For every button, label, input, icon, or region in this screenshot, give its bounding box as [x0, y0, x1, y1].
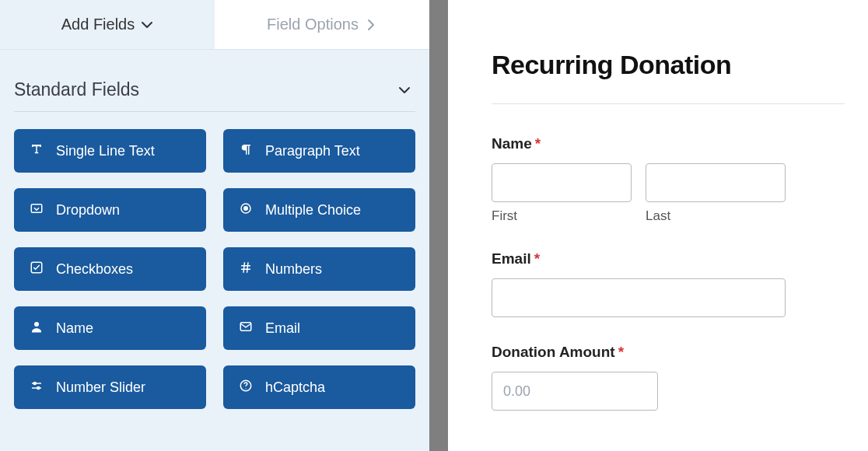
field-dropdown[interactable]: Dropdown	[14, 188, 206, 232]
field-label: Number Slider	[56, 379, 145, 396]
last-name-input[interactable]	[646, 163, 786, 202]
required-indicator: *	[535, 135, 541, 152]
email-label: Email*	[492, 250, 824, 267]
field-label: Single Line Text	[56, 143, 155, 159]
section-title: Standard Fields	[14, 79, 139, 100]
text-icon	[30, 142, 44, 160]
field-paragraph-text[interactable]: Paragraph Text	[223, 129, 415, 173]
first-name-input[interactable]	[492, 163, 632, 202]
tab-field-options[interactable]: Field Options	[215, 0, 429, 49]
svg-point-15	[245, 388, 246, 389]
tabs: Add Fields Field Options	[0, 0, 429, 50]
first-sublabel: First	[492, 208, 632, 224]
field-number-slider[interactable]: Number Slider	[14, 365, 206, 409]
field-label: Paragraph Text	[265, 143, 360, 159]
field-numbers[interactable]: Numbers	[223, 247, 415, 291]
question-icon	[239, 379, 253, 397]
svg-line-7	[247, 262, 249, 273]
required-indicator: *	[618, 344, 624, 360]
section-header[interactable]: Standard Fields	[0, 50, 429, 111]
chevron-right-icon	[365, 19, 377, 31]
slider-icon	[30, 379, 44, 397]
donation-amount-input[interactable]	[492, 372, 658, 411]
svg-line-6	[243, 262, 245, 273]
svg-point-8	[34, 322, 39, 327]
tab-add-fields-label: Add Fields	[61, 16, 135, 33]
label-text: Email	[492, 250, 531, 267]
last-sublabel: Last	[646, 208, 786, 224]
field-hcaptcha[interactable]: hCaptcha	[223, 365, 415, 409]
field-label: Name	[56, 320, 93, 337]
svg-point-2	[244, 206, 248, 210]
form-field-donation: Donation Amount*	[492, 344, 824, 411]
svg-point-13	[37, 386, 40, 389]
field-multiple-choice[interactable]: Multiple Choice	[223, 188, 415, 232]
donation-label: Donation Amount*	[492, 344, 824, 361]
divider	[14, 111, 415, 112]
email-input[interactable]	[492, 278, 786, 317]
radio-icon	[239, 201, 253, 219]
form-preview: Recurring Donation Name* First Last Emai…	[448, 0, 868, 451]
paragraph-icon	[239, 142, 253, 160]
form-field-name: Name* First Last	[492, 135, 824, 224]
field-label: Dropdown	[56, 202, 120, 219]
tab-field-options-label: Field Options	[267, 16, 359, 33]
label-text: Name	[492, 135, 532, 152]
field-label: Numbers	[265, 261, 322, 278]
form-title: Recurring Donation	[492, 50, 824, 80]
field-single-line-text[interactable]: Single Line Text	[14, 129, 206, 173]
checkbox-icon	[30, 260, 44, 278]
svg-rect-0	[31, 204, 42, 212]
chevron-down-icon	[141, 19, 153, 31]
divider	[492, 103, 845, 104]
hash-icon	[239, 260, 253, 278]
label-text: Donation Amount	[492, 344, 615, 360]
chevron-down-icon	[398, 84, 411, 96]
field-label: Checkboxes	[56, 261, 133, 278]
field-email[interactable]: Email	[223, 306, 415, 350]
field-name[interactable]: Name	[14, 306, 206, 350]
email-icon	[239, 320, 253, 337]
name-label: Name*	[492, 135, 824, 152]
field-grid: Single Line Text Paragraph Text Dropdown…	[0, 129, 429, 425]
field-checkboxes[interactable]: Checkboxes	[14, 247, 206, 291]
dropdown-icon	[30, 201, 44, 219]
panel-gap	[429, 0, 448, 451]
field-label: Multiple Choice	[265, 202, 361, 219]
user-icon	[30, 320, 44, 337]
form-field-email: Email*	[492, 250, 824, 317]
svg-point-11	[33, 382, 36, 384]
field-label: hCaptcha	[265, 379, 325, 396]
field-label: Email	[265, 320, 300, 337]
left-panel: Add Fields Field Options Standard Fields	[0, 0, 429, 451]
required-indicator: *	[534, 250, 540, 267]
tab-add-fields[interactable]: Add Fields	[0, 0, 215, 49]
